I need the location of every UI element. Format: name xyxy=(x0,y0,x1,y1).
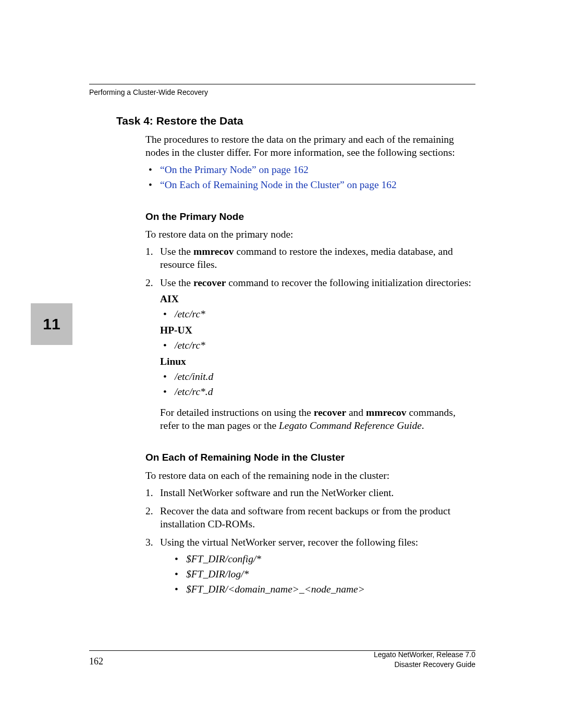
hpux-list: /etc/rc* xyxy=(160,339,475,352)
os-label-hpux: HP-UX xyxy=(160,324,475,337)
header-rule xyxy=(89,84,475,84)
primary-closing: For detailed instructions on using the r… xyxy=(160,406,475,433)
text: Use the xyxy=(160,246,193,257)
path: /etc/init.d xyxy=(175,371,213,382)
text: command to recover the following initial… xyxy=(226,277,471,288)
text: For detailed instructions on using the xyxy=(160,407,314,418)
cmd-mmrecov: mmrecov xyxy=(193,246,234,257)
xref-link[interactable]: “On Each of Remaining Node in the Cluste… xyxy=(160,179,397,190)
heading-primary-node: On the Primary Node xyxy=(145,211,475,223)
recover-files-list: $FT_DIR/config/* $FT_DIR/log/* $FT_DIR/<… xyxy=(172,553,475,596)
task4-paragraph: The procedures to restore the data on th… xyxy=(145,133,475,159)
path: $FT_DIR/log/* xyxy=(186,569,249,579)
doc-line: Disaster Recovery Guide xyxy=(374,660,475,670)
linux-list: /etc/init.d /etc/rc*.d xyxy=(160,371,475,399)
list-item: /etc/rc*.d xyxy=(160,386,475,399)
doc-title: Legato Command Reference Guide xyxy=(279,420,422,431)
list-item: $FT_DIR/<domain_name>_<node_name> xyxy=(172,583,475,596)
chapter-tab: 11 xyxy=(31,303,72,345)
primary-intro: To restore data on the primary node: xyxy=(145,228,475,241)
footer-right: Legato NetWorker, Release 7.0 Disaster R… xyxy=(374,650,475,670)
path: /etc/rc*.d xyxy=(175,386,213,397)
list-item: Install NetWorker software and run the N… xyxy=(145,487,475,500)
list-item: /etc/rc* xyxy=(160,339,475,352)
page-number: 162 xyxy=(89,656,103,667)
cmd-mmrecov: mmrecov xyxy=(366,407,407,418)
path: $FT_DIR/config/* xyxy=(186,553,261,564)
body-content: Task 4: Restore the Data The procedures … xyxy=(116,114,475,601)
text: Use the xyxy=(160,277,193,288)
running-header: Performing a Cluster-Wide Recovery xyxy=(89,88,208,96)
chapter-number: 11 xyxy=(43,315,60,333)
os-label-linux: Linux xyxy=(160,355,475,368)
heading-task4: Task 4: Restore the Data xyxy=(116,114,475,128)
task4-link-list: “On the Primary Node” on page 162 “On Ea… xyxy=(145,164,475,192)
primary-steps: Use the mmrecov command to restore the i… xyxy=(145,245,475,433)
list-item: Use the mmrecov command to restore the i… xyxy=(145,245,475,272)
remaining-intro: To restore data on each of the remaining… xyxy=(145,470,475,483)
path: /etc/rc* xyxy=(175,340,205,351)
heading-remaining-nodes: On Each of Remaining Node in the Cluster xyxy=(145,451,475,464)
text: Using the virtual NetWorker server, reco… xyxy=(160,537,418,548)
os-label-aix: AIX xyxy=(160,293,475,306)
text: and xyxy=(346,407,366,418)
text: . xyxy=(422,420,424,431)
list-item: /etc/init.d xyxy=(160,371,475,384)
aix-list: /etc/rc* xyxy=(160,308,475,321)
list-item: $FT_DIR/config/* xyxy=(172,553,475,566)
list-item: “On Each of Remaining Node in the Cluste… xyxy=(145,179,475,192)
list-item: “On the Primary Node” on page 162 xyxy=(145,164,475,177)
path: $FT_DIR/<domain_name>_<node_name> xyxy=(186,584,365,595)
remaining-steps: Install NetWorker software and run the N… xyxy=(145,487,475,597)
path: /etc/rc* xyxy=(175,309,205,319)
list-item: /etc/rc* xyxy=(160,308,475,321)
product-line: Legato NetWorker, Release 7.0 xyxy=(374,650,475,660)
list-item: Recover the data and software from recen… xyxy=(145,505,475,531)
cmd-recover: recover xyxy=(314,407,346,418)
page: Performing a Cluster-Wide Recovery 11 Ta… xyxy=(0,0,563,728)
cmd-recover: recover xyxy=(193,277,226,288)
xref-link[interactable]: “On the Primary Node” on page 162 xyxy=(160,164,309,175)
list-item: $FT_DIR/log/* xyxy=(172,568,475,581)
list-item: Use the recover command to recover the f… xyxy=(145,277,475,433)
list-item: Using the virtual NetWorker server, reco… xyxy=(145,536,475,597)
